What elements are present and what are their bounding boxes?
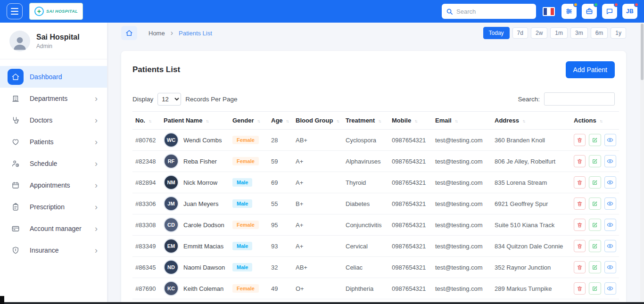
records-per-page-select[interactable]: 12	[157, 93, 181, 106]
sidebar-item-account-manager[interactable]: Account manager ›	[0, 218, 107, 239]
email: test@testing.com	[432, 257, 492, 278]
patient-age: 32	[268, 257, 293, 278]
time-filter-1y[interactable]: 1y	[611, 27, 626, 39]
table-search-input[interactable]	[544, 92, 615, 106]
delete-button[interactable]	[574, 155, 586, 167]
edit-button[interactable]	[589, 282, 601, 295]
column-header-blood-group[interactable]: Blood Group↑↓	[293, 112, 343, 130]
time-filter-today[interactable]: Today	[483, 27, 510, 39]
mobile: 0987654321	[389, 193, 432, 214]
sidebar-item-dashboard[interactable]: Dashboard ›	[0, 66, 107, 88]
sort-icon[interactable]: ↑↓	[336, 119, 339, 123]
column-header-patient-name[interactable]: Patient Name↑↓	[161, 112, 230, 130]
eye-icon	[607, 137, 613, 143]
sidebar-item-prescription[interactable]: Prescription ›	[0, 196, 107, 218]
patient-avatar: ND	[164, 260, 179, 275]
add-patient-button[interactable]: Add Patient	[566, 61, 615, 78]
breadcrumb-home-icon[interactable]	[121, 26, 137, 40]
patient-avatar: RF	[164, 154, 179, 169]
view-button[interactable]	[604, 176, 616, 189]
sort-icon[interactable]: ↑↓	[257, 119, 260, 123]
column-header-address[interactable]: Address↑↓	[492, 112, 571, 130]
sort-icon[interactable]: ↑↓	[149, 119, 151, 123]
hamburger-menu-icon[interactable]	[7, 3, 23, 19]
view-button[interactable]	[604, 134, 616, 146]
view-button[interactable]	[604, 155, 616, 167]
notification-dot	[594, 2, 598, 7]
edit-button[interactable]	[589, 240, 601, 252]
user-avatar-button[interactable]: JB	[622, 4, 637, 19]
view-button[interactable]	[604, 261, 616, 273]
sort-icon[interactable]: ↑↓	[600, 119, 602, 123]
edit-button[interactable]	[589, 197, 601, 210]
sidebar-item-insurance[interactable]: Insurance ›	[0, 239, 107, 261]
delete-button[interactable]	[574, 261, 586, 273]
delete-button[interactable]	[574, 197, 586, 210]
delete-button[interactable]	[574, 176, 586, 189]
scrollbar[interactable]	[640, 23, 644, 302]
sort-icon[interactable]: ↑↓	[455, 119, 457, 123]
column-header-email[interactable]: Email↑↓	[432, 112, 492, 130]
edit-button[interactable]	[589, 134, 601, 146]
scrollbar-thumb[interactable]	[641, 24, 644, 80]
topbar: + SAI HOSPITAL JB	[0, 0, 644, 23]
sort-icon[interactable]: ↑↓	[206, 119, 208, 123]
time-filter-3m[interactable]: 3m	[570, 27, 588, 39]
edit-button[interactable]	[589, 176, 601, 189]
apps-briefcase-icon[interactable]	[582, 4, 597, 19]
delete-button[interactable]	[574, 134, 586, 146]
edit-button[interactable]	[589, 261, 601, 273]
search-input[interactable]	[456, 8, 532, 15]
patient-avatar: CD	[164, 217, 179, 232]
chevron-right-icon: ›	[95, 224, 99, 233]
time-filter-6m[interactable]: 6m	[591, 27, 608, 39]
column-header-no[interactable]: No.↑↓	[132, 112, 161, 130]
sidebar-item-departments[interactable]: Departments ›	[0, 88, 107, 109]
patient-no: #87690	[132, 278, 161, 299]
view-button[interactable]	[604, 197, 616, 210]
home-icon	[8, 69, 24, 85]
time-filter-2w[interactable]: 2w	[531, 27, 547, 39]
notification-dot	[634, 2, 639, 7]
column-header-gender[interactable]: Gender↑↓	[230, 112, 268, 130]
table-row: #82348 RF Reba Fisher Female 59 A+ Alpha…	[132, 151, 619, 172]
messages-icon[interactable]	[602, 4, 617, 19]
edit-button[interactable]	[589, 155, 601, 167]
language-flag-icon[interactable]	[543, 7, 555, 16]
column-header-mobile[interactable]: Mobile↑↓	[389, 112, 432, 130]
patient-age: 55	[268, 193, 293, 214]
view-button[interactable]	[604, 240, 616, 252]
sort-icon[interactable]: ↑↓	[286, 119, 289, 123]
eye-icon	[607, 264, 613, 271]
breadcrumb-home-link[interactable]: Home	[149, 30, 165, 37]
view-button[interactable]	[604, 219, 616, 231]
sort-icon[interactable]: ↑↓	[414, 119, 417, 123]
delete-button[interactable]	[574, 219, 586, 231]
patient-name: Nick Morrow	[183, 179, 217, 186]
table-row: #82894 NM Nick Morrow Male 69 A+ Thyroid…	[132, 172, 619, 193]
column-header-age[interactable]: Age↑↓	[268, 112, 293, 130]
hospital-logo[interactable]: + SAI HOSPITAL	[29, 3, 83, 20]
time-filter-1m[interactable]: 1m	[550, 27, 568, 39]
delete-button[interactable]	[574, 240, 586, 252]
column-header-treatment[interactable]: Treatment↑↓	[343, 112, 389, 130]
profile-block[interactable]: Sai Hospital Admin	[0, 23, 107, 59]
sidebar-item-appointments[interactable]: Appointments ›	[0, 174, 107, 196]
patient-name: Emmitt Macias	[183, 243, 223, 250]
column-header-actions[interactable]: Actions↑↓	[571, 112, 619, 130]
treatment: Thyroid	[343, 172, 389, 193]
sidebar-item-schedule[interactable]: Schedule ›	[0, 153, 107, 174]
edit-button[interactable]	[589, 219, 601, 231]
patient-age: 49	[268, 278, 293, 299]
sort-icon[interactable]: ↑↓	[522, 119, 525, 123]
sidebar-item-patients[interactable]: Patients ›	[0, 131, 107, 153]
patients-card: Patients List Add Patient Display 12 Rec…	[121, 51, 626, 304]
sidebar-item-doctors[interactable]: Doctors ›	[0, 109, 107, 131]
sort-icon[interactable]: ↑↓	[378, 119, 380, 123]
patient-no: #82894	[132, 172, 161, 193]
table-search-label: Search:	[518, 96, 540, 103]
time-filter-7d[interactable]: 7d	[512, 27, 528, 39]
delete-button[interactable]	[574, 282, 586, 295]
view-button[interactable]	[604, 282, 616, 295]
settings-sliders-icon[interactable]	[561, 4, 577, 19]
